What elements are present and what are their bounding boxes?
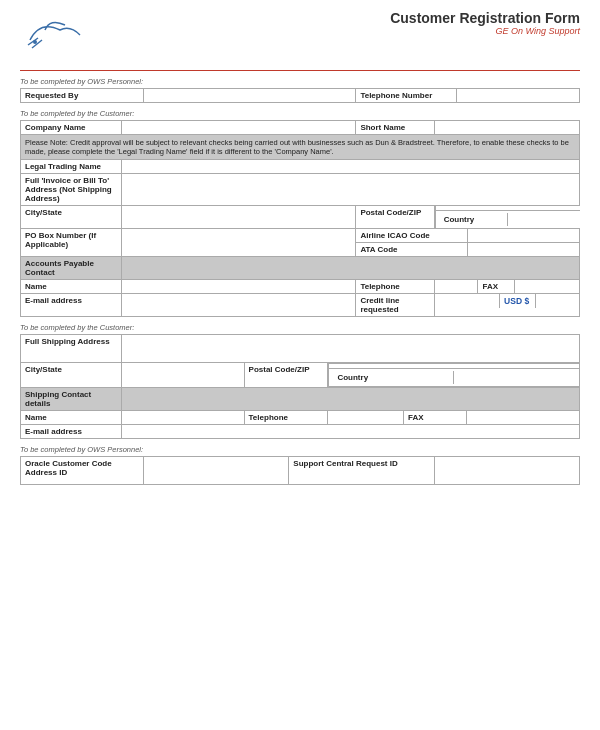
name-label: Name [21, 280, 122, 294]
legal-trading-label: Legal Trading Name [21, 160, 122, 174]
accounts-payable-row: Accounts Payable Contact [21, 257, 580, 280]
section4-label: To be completed by OWS Personnel: [20, 445, 580, 454]
ata-code-value[interactable] [468, 243, 579, 257]
shipping-email-label: E-mail address [21, 425, 122, 439]
telephone-number-label: Telephone Number [356, 89, 457, 103]
city-state-label: City/State [21, 206, 122, 229]
ata-code-label: ATA Code [356, 243, 467, 257]
company-name-label: Company Name [21, 121, 122, 135]
shipping-postal-label: Postal Code/ZIP [244, 363, 328, 388]
section-customer-info: To be completed by the Customer: Company… [20, 109, 580, 317]
full-invoice-value[interactable] [121, 174, 579, 206]
fax-value[interactable] [514, 280, 579, 293]
telephone-number-value[interactable] [457, 89, 580, 103]
page-subtitle: GE On Wing Support [390, 26, 580, 36]
support-central-value[interactable] [434, 457, 579, 485]
short-name-value[interactable] [434, 121, 579, 135]
shipping-name-tel-fax-row: Name Telephone FAX [21, 411, 580, 425]
shipping-city-row: City/State Postal Code/ZIP Country [21, 363, 580, 388]
country-value[interactable] [508, 213, 576, 226]
invoice-address-row: Full 'Invoice or Bill To' Address (Not S… [21, 174, 580, 206]
page-header: Customer Registration Form GE On Wing Su… [20, 10, 580, 62]
note-text: Please Note: Credit approval will be sub… [21, 135, 580, 160]
accounts-payable-empty [121, 257, 579, 280]
accounts-payable-label: Accounts Payable Contact [21, 257, 122, 280]
credit-line-value[interactable] [435, 294, 500, 308]
shipping-city-label: City/State [21, 363, 122, 388]
title-area: Customer Registration Form GE On Wing Su… [390, 10, 580, 36]
section2-table: Company Name Short Name Please Note: Cre… [20, 120, 580, 317]
email-value[interactable] [121, 294, 356, 317]
shipping-telephone-label: Telephone [244, 411, 328, 425]
logo [20, 10, 100, 62]
shipping-contact-row: Shipping Contact details [21, 388, 580, 411]
section1-label: To be completed by OWS Personnel: [20, 77, 580, 86]
email-label: E-mail address [21, 294, 122, 317]
airline-icao-value[interactable] [468, 229, 579, 243]
full-shipping-label: Full Shipping Address [21, 335, 122, 363]
header-divider [20, 70, 580, 71]
fax-label: FAX [478, 280, 514, 293]
po-box-value[interactable] [121, 229, 356, 257]
section2-label: To be completed by the Customer: [20, 109, 580, 118]
city-state-value[interactable] [121, 206, 356, 229]
po-box-row: PO Box Number (If Applicable) Airline IC… [21, 229, 580, 257]
short-name-label: Short Name [356, 121, 434, 135]
full-invoice-label: Full 'Invoice or Bill To' Address (Not S… [21, 174, 122, 206]
shipping-city-value[interactable] [121, 363, 244, 388]
name-tel-fax-row: Name Telephone FAX [21, 280, 580, 294]
email-credit-row: E-mail address Credit line requested USD… [21, 294, 580, 317]
shipping-contact-label: Shipping Contact details [21, 388, 122, 411]
full-shipping-value[interactable] [121, 335, 579, 363]
shipping-address-row: Full Shipping Address [21, 335, 580, 363]
note-row: Please Note: Credit approval will be sub… [21, 135, 580, 160]
shipping-email-row: E-mail address [21, 425, 580, 439]
shipping-telephone-value[interactable] [328, 411, 403, 424]
credit-line-label: Credit line requested [356, 294, 434, 317]
airline-icao-label: Airline ICAO Code [356, 229, 467, 243]
support-central-label: Support Central Request ID [289, 457, 434, 485]
telephone-label: Telephone [356, 280, 434, 294]
shipping-fax-label: FAX [404, 411, 467, 424]
oracle-support-row: Oracle Customer Code Address ID Support … [21, 457, 580, 485]
requested-by-label: Requested By [21, 89, 144, 103]
section-shipping: To be completed by the Customer: Full Sh… [20, 323, 580, 439]
shipping-name-value[interactable] [121, 411, 244, 425]
shipping-country-label: Country [333, 371, 454, 384]
section-ows-personnel-1: To be completed by OWS Personnel: Reques… [20, 77, 580, 103]
shipping-email-value[interactable] [121, 425, 579, 439]
postal-code-label: Postal Code/ZIP [356, 206, 434, 229]
section4-table: Oracle Customer Code Address ID Support … [20, 456, 580, 485]
company-row: Company Name Short Name [21, 121, 580, 135]
oracle-id-value[interactable] [143, 457, 288, 485]
requested-by-value[interactable] [143, 89, 355, 103]
section3-table: Full Shipping Address City/State Postal … [20, 334, 580, 439]
telephone-value[interactable] [435, 280, 478, 293]
section3-label: To be completed by the Customer: [20, 323, 580, 332]
section1-table: Requested By Telephone Number [20, 88, 580, 103]
page-title: Customer Registration Form [390, 10, 580, 26]
po-box-label: PO Box Number (If Applicable) [21, 229, 122, 257]
company-name-value[interactable] [121, 121, 356, 135]
requested-by-row: Requested By Telephone Number [21, 89, 580, 103]
country-label: Country [440, 213, 508, 226]
usd-value[interactable] [536, 294, 579, 308]
oracle-id-label: Oracle Customer Code Address ID [21, 457, 144, 485]
legal-trading-value[interactable] [121, 160, 579, 174]
shipping-fax-value[interactable] [466, 411, 579, 424]
city-postal-country-row: City/State Postal Code/ZIP Country [21, 206, 580, 229]
usd-label: USD $ [500, 294, 536, 308]
shipping-name-label: Name [21, 411, 122, 425]
name-value[interactable] [121, 280, 356, 294]
shipping-contact-empty [121, 388, 579, 411]
section-ows-personnel-2: To be completed by OWS Personnel: Oracle… [20, 445, 580, 485]
shipping-country-value[interactable] [454, 371, 575, 384]
legal-trading-row: Legal Trading Name [21, 160, 580, 174]
